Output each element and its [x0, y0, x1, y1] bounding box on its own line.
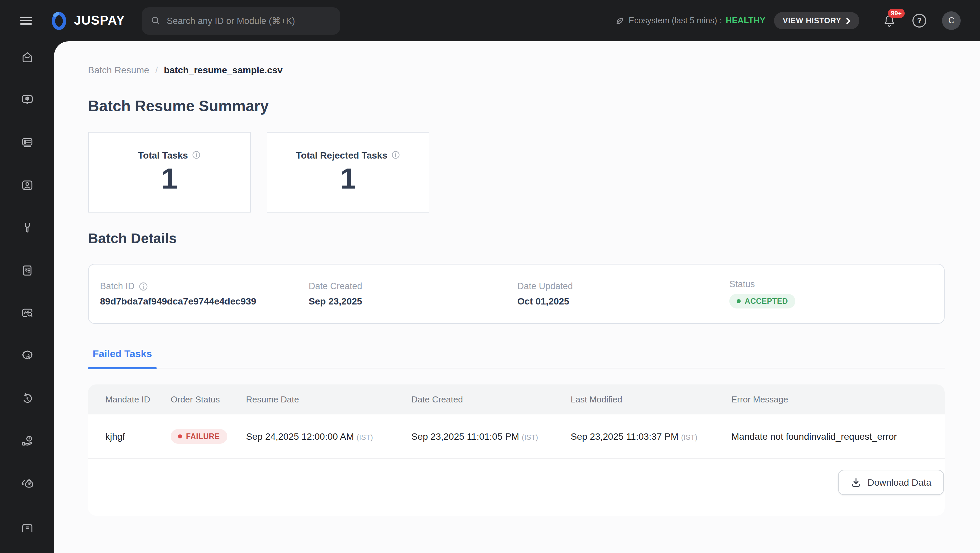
batch-id-field: Batch ID 89d7bda7af949dca7e9744e4dec939 [100, 281, 309, 307]
help-icon: ? [911, 12, 928, 29]
summary-cards: Total Tasks 1 Total Rejected Tasks [88, 132, 945, 213]
menu-icon[interactable] [20, 17, 32, 25]
date-updated-label: Date Updated [517, 281, 729, 291]
brand-name: JUSPAY [74, 13, 125, 28]
download-icon [851, 477, 862, 488]
batch-details-heading: Batch Details [88, 230, 945, 246]
table-header-row: Mandate ID Order Status Resume Date Date… [88, 385, 945, 415]
failed-tasks-table: Mandate ID Order Status Resume Date Date… [88, 385, 945, 516]
notification-count-badge: 99+ [888, 8, 905, 17]
cell-last-modified: Sep 23,2025 11:03:37 PM(IST) [571, 431, 731, 442]
cards-icon[interactable] [20, 519, 34, 534]
avatar-initial: C [948, 16, 955, 25]
invoices-icon[interactable]: ₹ [20, 263, 34, 278]
notifications-button[interactable]: 99+ [882, 13, 897, 28]
help-button[interactable]: ? [911, 12, 928, 29]
date-updated-value: Oct 01,2025 [517, 296, 729, 307]
topbar: JUSPAY Ecosystem (last 5 mins) : HEALTHY… [0, 0, 980, 41]
date-created-value: Sep 23,2025 [309, 296, 517, 307]
info-icon[interactable] [391, 151, 400, 160]
analytics-icon[interactable] [20, 306, 34, 321]
info-icon[interactable] [138, 281, 148, 291]
cell-resume-date: Sep 24,2025 12:00:00 AM(IST) [246, 431, 411, 442]
view-history-button[interactable]: VIEW HISTORY [774, 12, 859, 29]
failure-text: FAILURE [186, 432, 220, 440]
payouts-icon[interactable]: ₹ [20, 434, 34, 448]
total-tasks-label: Total Tasks [138, 150, 188, 160]
total-tasks-card: Total Tasks 1 [88, 132, 251, 213]
timezone-label: (IST) [681, 433, 697, 441]
batch-details-card: Batch ID 89d7bda7af949dca7e9744e4dec939 … [88, 264, 945, 324]
tab-failed-tasks[interactable]: Failed Tasks [88, 348, 157, 368]
svg-text:%: % [25, 353, 30, 359]
page-title: Batch Resume Summary [88, 97, 945, 115]
search-input[interactable] [142, 7, 340, 34]
svg-text:₹: ₹ [28, 436, 31, 442]
total-rejected-tasks-value: 1 [340, 162, 356, 195]
batch-id-label: Batch ID [100, 281, 135, 291]
main-panel: Batch Resume / batch_resume_sample.csv B… [54, 41, 980, 553]
download-data-label: Download Data [868, 477, 931, 488]
col-resume-date: Resume Date [246, 394, 411, 404]
ecosystem-label: Ecosystem (last 5 mins) : [628, 16, 722, 25]
svg-text:?: ? [917, 16, 922, 25]
svg-text:₹: ₹ [28, 482, 31, 487]
date-created-field: Date Created Sep 23,2025 [309, 281, 517, 307]
svg-text:₹: ₹ [24, 268, 27, 273]
juspay-logo-icon [50, 12, 68, 30]
tab-failed-tasks-label: Failed Tasks [93, 348, 152, 359]
products-icon[interactable] [20, 93, 34, 107]
date-created-label: Date Created [309, 281, 517, 291]
col-date-created: Date Created [411, 394, 571, 404]
offers-icon[interactable]: % [20, 348, 34, 363]
timezone-label: (IST) [522, 433, 538, 441]
date-updated-field: Date Updated Oct 01,2025 [517, 281, 729, 307]
tab-bar: Failed Tasks [88, 348, 945, 369]
failure-badge: FAILURE [171, 429, 227, 444]
settlements-icon[interactable]: ₹ [20, 477, 34, 491]
download-data-button[interactable]: Download Data [838, 470, 944, 495]
info-icon[interactable] [192, 151, 200, 160]
col-last-modified: Last Modified [571, 394, 731, 404]
customers-icon[interactable] [20, 178, 34, 192]
breadcrumb-separator: / [155, 65, 158, 75]
status-label: Status [729, 279, 795, 289]
col-mandate-id: Mandate ID [105, 394, 171, 404]
svg-text:₹: ₹ [25, 396, 29, 402]
total-rejected-tasks-card: Total Rejected Tasks 1 [267, 132, 430, 213]
table-row: kjhgf FAILURE Sep 24,2025 12:00:00 AM(IS… [88, 415, 945, 459]
breadcrumb-current: batch_resume_sample.csv [164, 65, 282, 75]
status-dot [737, 299, 741, 303]
refunds-icon[interactable]: ₹ [20, 391, 34, 406]
app-window: JUSPAY Ecosystem (last 5 mins) : HEALTHY… [0, 0, 980, 553]
failure-dot [178, 434, 182, 439]
timezone-label: (IST) [357, 433, 373, 441]
ecosystem-status: HEALTHY [725, 16, 765, 25]
breadcrumb: Batch Resume / batch_resume_sample.csv [88, 65, 945, 75]
batch-id-value: 89d7bda7af949dca7e9744e4dec939 [100, 296, 309, 307]
status-badge: ACCEPTED [729, 294, 795, 308]
search-icon [151, 15, 161, 26]
cell-order-status: FAILURE [171, 429, 246, 444]
col-order-status: Order Status [171, 394, 246, 404]
leaf-icon [615, 16, 624, 25]
view-history-label: VIEW HISTORY [783, 17, 842, 25]
brand: JUSPAY [50, 12, 125, 30]
avatar[interactable]: C [942, 11, 961, 30]
status-text: ACCEPTED [745, 297, 788, 305]
cell-date-created: Sep 23,2025 11:01:05 PM(IST) [411, 431, 571, 442]
cell-error-message: Mandate not foundinvalid_request_error [731, 431, 928, 442]
home-icon[interactable] [20, 50, 34, 65]
total-tasks-value: 1 [161, 162, 178, 195]
order-details-icon[interactable] [20, 135, 34, 150]
table-footer: Download Data [88, 459, 945, 516]
topbar-actions: Ecosystem (last 5 mins) : HEALTHY VIEW H… [615, 11, 980, 30]
tools-icon[interactable] [20, 221, 34, 235]
sidebar: ₹ % ₹ ₹ ₹ [0, 41, 54, 553]
breadcrumb-parent[interactable]: Batch Resume [88, 65, 150, 75]
cell-mandate-id: kjhgf [105, 431, 171, 442]
col-error-message: Error Message [731, 394, 928, 404]
status-field: Status ACCEPTED [729, 279, 795, 308]
total-rejected-tasks-label: Total Rejected Tasks [296, 150, 387, 160]
search-field[interactable] [167, 16, 332, 25]
